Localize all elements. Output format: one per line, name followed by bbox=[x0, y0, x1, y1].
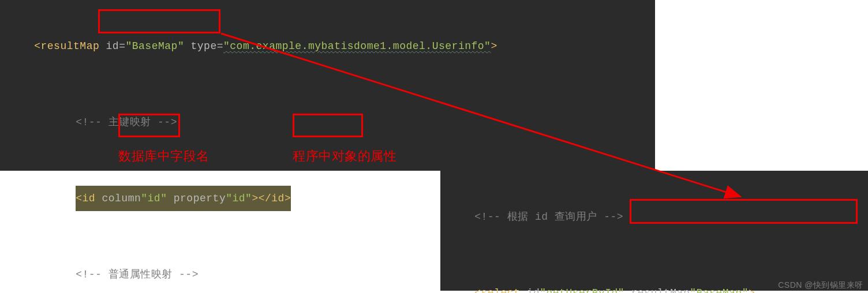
tag-open: <resultMap bbox=[34, 40, 99, 52]
attr-name: id bbox=[520, 287, 540, 293]
comment: 普通属性映射 bbox=[108, 269, 179, 280]
tag-close: > bbox=[749, 287, 755, 293]
comment: --> bbox=[158, 117, 177, 128]
code-block-resultmap: <resultMap id="BaseMap" type="com.exampl… bbox=[0, 0, 655, 171]
comment: <!-- bbox=[474, 211, 507, 223]
watermark: CSDN @快到锅里来呀 bbox=[778, 280, 863, 291]
comment: <!-- bbox=[76, 269, 108, 280]
attr-val: "getUserById" bbox=[540, 287, 624, 293]
tag-close: > bbox=[491, 40, 497, 52]
eq: = bbox=[217, 40, 223, 52]
annotation-db-field: 数据库中字段名 bbox=[118, 148, 209, 165]
tag-close: </id> bbox=[259, 193, 291, 204]
eq: = bbox=[119, 40, 125, 52]
comment: --> bbox=[179, 269, 199, 280]
attr-val: "BaseMap" bbox=[125, 40, 184, 52]
tag-mid: > bbox=[252, 193, 258, 204]
attr-name: type bbox=[184, 40, 217, 52]
attr-name: id bbox=[99, 40, 119, 52]
comment: 根据 id 查询用户 bbox=[507, 211, 604, 223]
attr-val: "id" bbox=[141, 193, 167, 204]
attr-name: property bbox=[167, 193, 226, 204]
code-line: <!-- 根据 id 查询用户 --> bbox=[448, 179, 860, 255]
attr-val: "id" bbox=[226, 193, 252, 204]
tag-open: <select bbox=[474, 287, 520, 293]
attr-val: "com.example.mybatisdome1.model.Userinfo… bbox=[223, 40, 491, 52]
tag-open: <id bbox=[76, 193, 95, 204]
comment: <!-- bbox=[76, 117, 108, 128]
comment: 主键映射 bbox=[108, 117, 158, 128]
code-line: <resultMap id="BaseMap" type="com.exampl… bbox=[8, 8, 647, 84]
annotation-obj-prop: 程序中对象的属性 bbox=[293, 148, 396, 165]
code-block-select: <!-- 根据 id 查询用户 --> <select id"getUserBy… bbox=[440, 171, 868, 291]
comment: --> bbox=[604, 211, 623, 223]
attr-val: "BaseMap" bbox=[690, 287, 749, 293]
attr-name: resultMap bbox=[624, 287, 690, 293]
attr-name: column bbox=[95, 193, 141, 204]
